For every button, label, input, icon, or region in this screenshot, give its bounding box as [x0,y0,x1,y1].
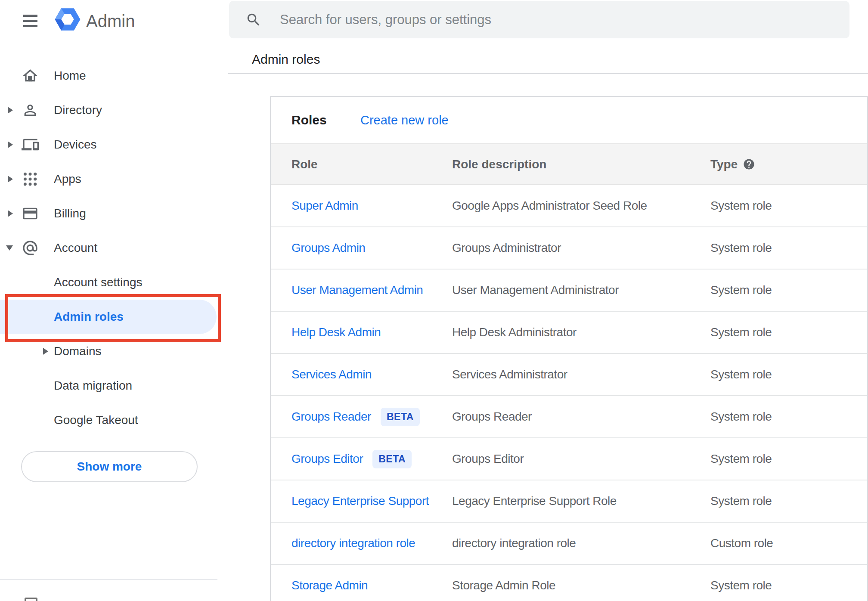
role-link[interactable]: Groups Admin [291,241,365,255]
sidebar-item-label: Account [54,241,97,255]
annotation-rectangle [5,294,221,342]
sidebar-item-label: Devices [54,138,97,152]
brand-title: Admin [86,11,135,31]
breadcrumb: Admin roles [252,52,320,67]
column-header-description: Role description [452,158,546,171]
beta-badge: BETA [372,450,412,468]
role-type: System role [710,199,772,213]
role-link[interactable]: Help Desk Admin [291,325,381,339]
create-new-role-link[interactable]: Create new role [360,113,449,127]
role-description: Google Apps Administrator Seed Role [452,199,647,213]
role-description: Storage Admin Role [452,579,555,592]
table-row: directory integration roledirectory inte… [271,523,867,565]
role-description: Groups Editor [452,452,524,466]
table-row: Storage AdminStorage Admin RoleSystem ro… [271,565,867,601]
role-link[interactable]: Super Admin [291,199,358,213]
column-header-role: Role [291,158,318,171]
sidebar-item-label: Google Takeout [54,413,138,427]
role-link[interactable]: User Management Admin [291,283,423,297]
column-header-type: Type [710,158,738,171]
sidebar-item-billing[interactable]: Billing [0,196,228,231]
search-input[interactable]: Search for users, groups or settings [229,1,849,38]
table-header-row: Role Role description Type [271,143,867,185]
expand-arrow-icon[interactable] [8,141,13,148]
table-row: Help Desk AdminHelp Desk AdministratorSy… [271,312,867,354]
feedback-icon[interactable] [25,598,37,601]
expand-arrow-icon[interactable] [8,210,13,217]
role-description: Help Desk Administrator [452,325,577,339]
roles-title: Roles [291,113,327,127]
sidebar-item-google-takeout[interactable]: Google Takeout [0,403,228,437]
role-link[interactable]: Groups Reader [291,410,371,424]
role-description: directory integration role [452,536,576,550]
help-icon[interactable] [743,158,755,170]
role-description: User Management Administrator [452,283,619,297]
roles-table-body: Super AdminGoogle Apps Administrator See… [271,185,867,601]
table-row: User Management AdminUser Management Adm… [271,270,867,312]
role-type: System role [710,579,772,592]
sidebar-nav: HomeDirectoryDevicesAppsBillingAccountAc… [0,59,228,437]
sidebar-item-label: Domains [54,344,101,358]
collapse-arrow-icon[interactable] [6,245,13,251]
role-type: System role [710,452,772,466]
role-type: System role [710,410,772,424]
role-type: System role [710,325,772,339]
role-link[interactable]: Groups Editor [291,452,363,466]
sidebar-bottom-divider [0,579,217,580]
role-link[interactable]: Storage Admin [291,579,368,592]
sidebar-item-home[interactable]: Home [0,59,228,93]
role-description: Groups Reader [452,410,532,424]
role-type: System role [710,368,772,381]
search-icon [245,12,262,28]
table-row: Groups ReaderBETAGroups ReaderSystem rol… [271,396,867,438]
sidebar-item-label: Directory [54,103,102,117]
hamburger-icon[interactable] [23,15,37,30]
roles-card-header: Roles Create new role [271,97,867,143]
sidebar-item-directory[interactable]: Directory [0,93,228,127]
role-description: Services Administrator [452,368,567,381]
search-placeholder: Search for users, groups or settings [280,12,491,28]
table-row: Groups AdminGroups AdministratorSystem r… [271,227,867,270]
at-icon [22,239,39,257]
expand-arrow-icon[interactable] [43,348,48,355]
breadcrumb-divider [228,73,868,74]
role-type: System role [710,494,772,508]
sidebar-item-devices[interactable]: Devices [0,127,228,162]
role-description: Legacy Enterprise Support Role [452,494,617,508]
sidebar-item-data-migration[interactable]: Data migration [0,369,228,403]
person-icon [22,102,39,119]
apps-icon [22,170,39,188]
home-icon [22,67,39,84]
sidebar-item-account[interactable]: Account [0,231,228,265]
show-more-button[interactable]: Show more [21,451,198,482]
table-row: Legacy Enterprise SupportLegacy Enterpri… [271,480,867,523]
sidebar-item-label: Billing [54,207,86,220]
table-row: Super AdminGoogle Apps Administrator See… [271,185,867,227]
role-type: Custom role [710,536,773,550]
expand-arrow-icon[interactable] [8,107,13,114]
sidebar-item-label: Home [54,69,86,83]
expand-arrow-icon[interactable] [8,176,13,183]
google-admin-logo-icon [55,8,81,33]
beta-badge: BETA [381,408,420,426]
sidebar-item-label: Account settings [54,276,142,289]
role-link[interactable]: Legacy Enterprise Support [291,494,429,508]
sidebar-item-label: Apps [54,172,81,186]
role-type: System role [710,283,772,297]
devices-icon [22,136,39,153]
card-icon [22,205,39,222]
role-link[interactable]: Services Admin [291,368,372,381]
role-link[interactable]: directory integration role [291,536,415,550]
sidebar-item-apps[interactable]: Apps [0,162,228,196]
roles-card: Roles Create new role Role Role descript… [270,96,868,601]
role-type: System role [710,241,772,255]
table-row: Groups EditorBETAGroups EditorSystem rol… [271,438,867,480]
role-description: Groups Administrator [452,241,561,255]
sidebar-item-label: Data migration [54,379,132,393]
table-row: Services AdminServices AdministratorSyst… [271,354,867,396]
